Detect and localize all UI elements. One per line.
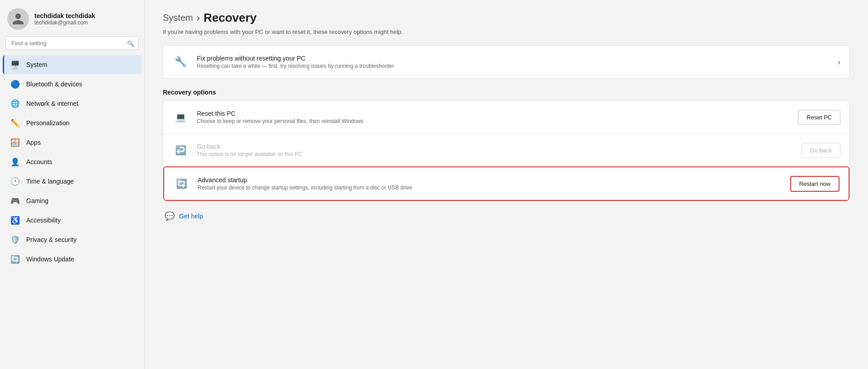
nav-list: 🖥️ System 🔵 Bluetooth & devices 🌐 Networ… [0, 55, 144, 269]
sidebar-label-windows-update: Windows Update [26, 255, 74, 263]
network-nav-icon: 🌐 [10, 99, 20, 109]
get-help-row: 💬 Get help [163, 211, 850, 221]
windows-update-nav-icon: 🔄 [10, 254, 20, 264]
sidebar: techdidak techdidak techdidak@gmail.com … [0, 0, 145, 369]
time-nav-icon: 🕐 [10, 176, 20, 186]
go-back-text: Go back This option is no longer availab… [197, 143, 793, 157]
breadcrumb: System › Recovery [163, 11, 850, 25]
reset-pc-title: Reset this PC [197, 110, 790, 117]
go-back-icon: ↩️ [172, 142, 189, 158]
reset-pc-btn[interactable]: Reset PC [798, 110, 840, 125]
gaming-nav-icon: 🎮 [10, 196, 20, 206]
sidebar-label-privacy: Privacy & security [26, 236, 76, 243]
sidebar-label-personalization: Personalization [26, 119, 70, 127]
reset-pc-desc: Choose to keep or remove your personal f… [197, 118, 790, 124]
wrench-icon: 🔧 [172, 54, 189, 70]
get-help-link[interactable]: Get help [179, 213, 203, 220]
sidebar-item-bluetooth[interactable]: 🔵 Bluetooth & devices [3, 75, 142, 94]
option-row-reset-pc: 💻 Reset this PC Choose to keep or remove… [163, 101, 849, 134]
options-container: 💻 Reset this PC Choose to keep or remove… [163, 100, 850, 201]
go-back-btn: Go back [802, 143, 840, 158]
user-info: techdidak techdidak techdidak@gmail.com [34, 12, 95, 26]
privacy-nav-icon: 🛡️ [10, 235, 20, 245]
user-name: techdidak techdidak [34, 12, 95, 19]
get-help-icon: 💬 [165, 211, 175, 221]
sidebar-item-windows-update[interactable]: 🔄 Windows Update [3, 250, 142, 269]
sidebar-label-apps: Apps [26, 139, 41, 146]
sidebar-label-network: Network & internet [26, 100, 78, 107]
user-profile: techdidak techdidak techdidak@gmail.com [0, 0, 144, 36]
advanced-startup-wrapper: 🔄 Advanced startup Restart your device t… [163, 166, 849, 201]
sidebar-item-personalization[interactable]: ✏️ Personalization [3, 114, 142, 132]
breadcrumb-current: Recovery [204, 11, 256, 25]
search-input[interactable] [5, 36, 139, 50]
personalization-nav-icon: ✏️ [10, 118, 20, 128]
go-back-desc: This option is no longer available on th… [197, 151, 793, 157]
sidebar-item-accounts[interactable]: 👤 Accounts [3, 152, 142, 171]
breadcrumb-separator: › [197, 12, 200, 24]
bluetooth-nav-icon: 🔵 [10, 79, 20, 89]
search-icon: 🔍 [127, 40, 134, 47]
sidebar-label-gaming: Gaming [26, 197, 48, 204]
fix-card-text: Fix problems without resetting your PC R… [197, 55, 830, 69]
user-avatar-icon [11, 12, 25, 26]
sidebar-item-accessibility[interactable]: ♿ Accessibility [3, 211, 142, 230]
advanced-startup-title: Advanced startup [198, 176, 782, 184]
avatar [7, 8, 29, 30]
sidebar-label-system: System [26, 61, 47, 68]
reset-pc-icon: 💻 [172, 109, 189, 125]
advanced-startup-btn[interactable]: Restart now [790, 176, 840, 192]
sidebar-label-time: Time & language [26, 178, 74, 185]
advanced-startup-desc: Restart your device to change startup se… [198, 184, 782, 191]
page-subtitle: If you're having problems with your PC o… [163, 28, 850, 35]
fix-card-title: Fix problems without resetting your PC [197, 55, 830, 62]
option-row-go-back: ↩️ Go back This option is no longer avai… [163, 134, 849, 167]
sidebar-label-bluetooth: Bluetooth & devices [26, 80, 82, 88]
fix-card-chevron-icon: › [838, 57, 840, 67]
go-back-title: Go back [197, 143, 793, 150]
option-row-advanced-startup: 🔄 Advanced startup Restart your device t… [164, 167, 849, 200]
sidebar-label-accounts: Accounts [26, 158, 52, 166]
fix-problems-item[interactable]: 🔧 Fix problems without resetting your PC… [163, 46, 849, 78]
search-box[interactable]: 🔍 [5, 36, 139, 50]
advanced-startup-icon: 🔄 [173, 175, 190, 192]
sidebar-item-network[interactable]: 🌐 Network & internet [3, 94, 142, 113]
sidebar-item-gaming[interactable]: 🎮 Gaming [3, 191, 142, 210]
advanced-startup-text: Advanced startup Restart your device to … [198, 176, 782, 191]
accessibility-nav-icon: ♿ [10, 215, 20, 225]
sidebar-label-accessibility: Accessibility [26, 217, 61, 224]
section-title: Recovery options [163, 89, 850, 96]
sidebar-item-privacy[interactable]: 🛡️ Privacy & security [3, 230, 142, 249]
fix-card-desc: Resetting can take a while — first, try … [197, 63, 830, 69]
system-nav-icon: 🖥️ [10, 60, 20, 70]
apps-nav-icon: 🪟 [10, 137, 20, 147]
user-email: techdidak@gmail.com [34, 19, 95, 26]
reset-pc-text: Reset this PC Choose to keep or remove y… [197, 110, 790, 124]
accounts-nav-icon: 👤 [10, 157, 20, 167]
fix-problems-card[interactable]: 🔧 Fix problems without resetting your PC… [163, 45, 850, 79]
sidebar-item-system[interactable]: 🖥️ System [3, 55, 142, 74]
sidebar-item-apps[interactable]: 🪟 Apps [3, 133, 142, 152]
sidebar-item-time[interactable]: 🕐 Time & language [3, 172, 142, 191]
breadcrumb-parent: System [163, 13, 193, 23]
main-content: System › Recovery If you're having probl… [145, 0, 868, 369]
